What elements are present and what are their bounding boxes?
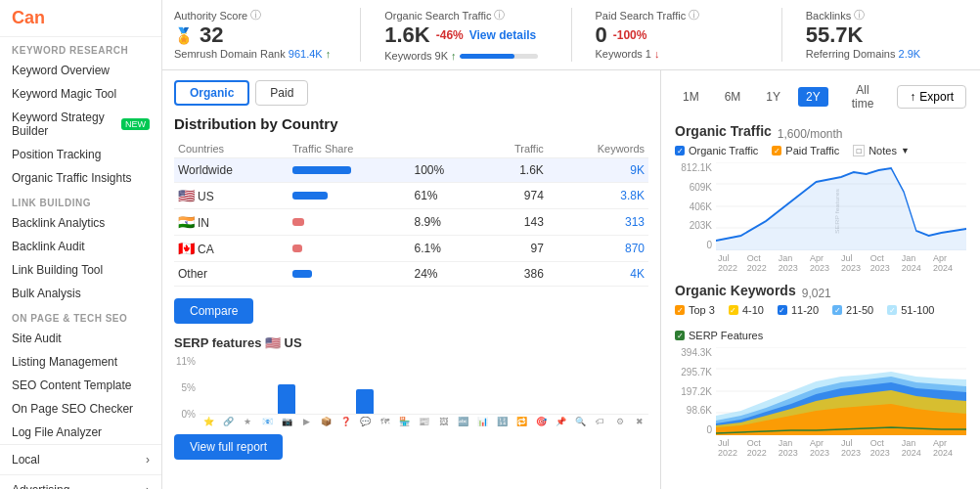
- sidebar-item-link-building-tool[interactable]: Link Building Tool: [0, 258, 161, 282]
- keywords-cell[interactable]: 9K: [548, 158, 648, 183]
- keywords-cell[interactable]: 3.8K: [548, 183, 648, 209]
- svg-marker-6: [716, 168, 966, 250]
- table-row: Worldwide 100% 1.6K 9K: [174, 158, 648, 183]
- organic-traffic-number: 1.6K: [384, 22, 429, 48]
- export-label: Export: [919, 90, 954, 104]
- tab-row: Organic Paid: [174, 80, 648, 106]
- sidebar-item-organic-traffic-insights[interactable]: Organic Traffic Insights: [0, 166, 161, 190]
- tab-organic[interactable]: Organic: [174, 80, 249, 106]
- serp-icon: 📰: [416, 417, 433, 426]
- serp-icon: ★: [239, 417, 256, 426]
- sidebar-item-keyword-overview[interactable]: Keyword Overview: [0, 59, 161, 82]
- sidebar-item-seo-content-template[interactable]: SEO Content Template: [0, 374, 161, 397]
- backlinks-label: Backlinks ⓘ: [806, 8, 968, 22]
- share-cell: 24%: [410, 262, 479, 287]
- legend-top3-check[interactable]: ✓: [675, 305, 685, 315]
- serp-icon: 📷: [278, 417, 295, 426]
- serp-flag: 🇺🇸: [265, 335, 281, 350]
- legend-11-20-label: 11-20: [791, 304, 819, 316]
- sidebar-item-backlink-analytics[interactable]: Backlink Analytics: [0, 211, 161, 235]
- legend-notes-label: Notes: [869, 145, 897, 156]
- export-button[interactable]: ↑ Export: [897, 85, 966, 109]
- advertising-label: Advertising: [12, 483, 69, 489]
- serp-icon: ⚙: [611, 417, 629, 426]
- bar-cell: [289, 183, 411, 209]
- organic-keywords-chart-wrapper: 394.3K295.7K197.2K98.6K0: [675, 347, 966, 458]
- ok-chart: Jul 2022Oct 2022Jan 2023Apr 2023Jul 2023…: [716, 347, 966, 458]
- sidebar-item-keyword-magic-tool[interactable]: Keyword Magic Tool: [0, 82, 161, 106]
- export-icon: ↑: [910, 90, 915, 104]
- authority-score-metric: Authority Score ⓘ 🏅 32 Semrush Domain Ra…: [174, 8, 336, 62]
- legend-organic-check[interactable]: ✓: [675, 146, 685, 156]
- legend-11-20-check[interactable]: ✓: [778, 305, 787, 315]
- share-cell: 61%: [410, 183, 479, 209]
- serp-icons-row: ⭐ 🔗 ★ 📧 📷 ▶ 📦 ❓ 💬 🗺 🏪 📰 🖼 🔤: [200, 417, 648, 426]
- legend-21-50-check[interactable]: ✓: [832, 305, 842, 315]
- legend-serp-label: SERP Features: [689, 330, 763, 341]
- time-btn-all[interactable]: All time: [838, 80, 888, 113]
- sidebar-item-log-file-analyzer[interactable]: Log File Analyzer: [0, 421, 161, 444]
- legend-paid-check[interactable]: ✓: [772, 146, 781, 156]
- sidebar-item-listing-management[interactable]: Listing Management: [0, 350, 161, 374]
- authority-score-label: Authority Score ⓘ: [174, 8, 336, 22]
- serp-title: SERP features 🇺🇸 US: [174, 335, 648, 350]
- serp-bar: [356, 389, 374, 414]
- keywords-cell[interactable]: 4K: [548, 262, 648, 287]
- backlinks-sub: Referring Domains 2.9K: [806, 48, 968, 60]
- legend-21-50: ✓ 21-50: [832, 304, 873, 316]
- sidebar-item-site-audit[interactable]: Site Audit: [0, 327, 161, 350]
- serp-y-axis: 11%5%0%: [174, 356, 196, 420]
- sidebar-item-keyword-strategy-builder[interactable]: Keyword Strategy Builder NEW: [0, 106, 161, 143]
- authority-number: 32: [200, 22, 223, 48]
- country-cell: 🇺🇸US: [174, 183, 289, 209]
- view-full-report-button[interactable]: View full report: [174, 434, 283, 460]
- sidebar-item-advertising[interactable]: Advertising ›: [0, 474, 161, 489]
- organic-traffic-section: Organic Traffic 1,600/month ✓ Organic Tr…: [675, 123, 966, 273]
- local-label: Local: [12, 453, 40, 467]
- keywords-cell[interactable]: 870: [548, 236, 648, 262]
- table-row: 🇮🇳IN 8.9% 143 313: [174, 209, 648, 236]
- serp-icon: ▶: [297, 417, 315, 426]
- time-btn-6m[interactable]: 6M: [717, 87, 749, 107]
- legend-4-10-check[interactable]: ✓: [729, 305, 738, 315]
- tab-paid[interactable]: Paid: [255, 80, 308, 106]
- legend-51-100: ✓ 51-100: [887, 304, 934, 316]
- keywords-cell[interactable]: 313: [548, 209, 648, 236]
- sidebar-item-bulk-analysis[interactable]: Bulk Analysis: [0, 282, 161, 305]
- sidebar-item-backlink-audit[interactable]: Backlink Audit: [0, 235, 161, 258]
- organic-keywords-title: Organic Keywords: [675, 283, 796, 298]
- info-icon-2[interactable]: ⓘ: [494, 8, 505, 22]
- info-icon[interactable]: ⓘ: [250, 8, 261, 22]
- serp-icon: 🗺: [376, 417, 393, 426]
- sidebar-item-on-page-seo-checker[interactable]: On Page SEO Checker: [0, 397, 161, 421]
- distribution-table: Countries Traffic Share Traffic Keywords…: [174, 140, 648, 287]
- time-btn-1y[interactable]: 1Y: [758, 87, 788, 107]
- divider: [360, 8, 361, 62]
- legend-4-10-label: 4-10: [742, 304, 764, 316]
- sidebar-logo: Can: [0, 0, 161, 37]
- info-icon-3[interactable]: ⓘ: [689, 8, 699, 22]
- serp-icon: 🔍: [572, 417, 590, 426]
- view-details-link[interactable]: View details: [469, 28, 536, 42]
- legend-serp-check[interactable]: ✓: [675, 331, 685, 340]
- compare-button[interactable]: Compare: [174, 298, 253, 324]
- info-icon-4[interactable]: ⓘ: [854, 8, 865, 22]
- notes-checkbox[interactable]: □: [853, 145, 865, 156]
- serp-bars-row: [200, 356, 648, 415]
- serp-icon: ✖: [631, 417, 648, 426]
- bar-cell: [289, 158, 411, 183]
- serp-bars-wrapper: ⭐ 🔗 ★ 📧 📷 ▶ 📦 ❓ 💬 🗺 🏪 📰 🖼 🔤: [200, 356, 648, 426]
- time-btn-2y[interactable]: 2Y: [798, 87, 828, 107]
- legend-51-100-check[interactable]: ✓: [887, 305, 897, 315]
- serp-region: US: [285, 335, 302, 350]
- bar-cell: [289, 236, 411, 262]
- bar-cell: [289, 262, 411, 287]
- sidebar-item-position-tracking[interactable]: Position Tracking: [0, 143, 161, 166]
- share-cell: 100%: [410, 158, 479, 183]
- sidebar-item-local[interactable]: Local ›: [0, 444, 161, 474]
- sidebar-section-link-building: LINK BUILDING: [0, 190, 161, 211]
- time-btn-1m[interactable]: 1M: [675, 87, 707, 107]
- serp-icon: 📌: [553, 417, 570, 426]
- organic-traffic-value: 1.6K -46% View details: [384, 22, 547, 48]
- traffic-cell: 1.6K: [479, 158, 548, 183]
